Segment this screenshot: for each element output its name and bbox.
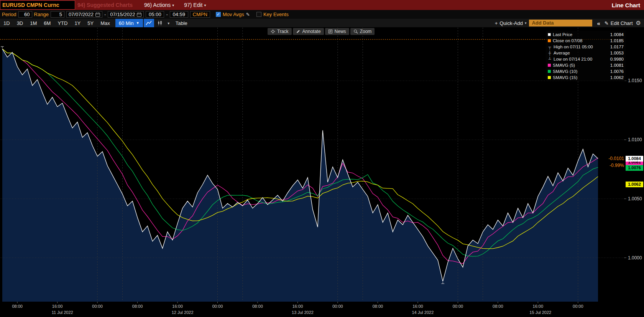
settings-gear-icon[interactable]: ⚙ [635, 20, 644, 26]
add-data-input[interactable]: Add Data [529, 20, 592, 26]
range-tab-6M[interactable]: 6M [40, 20, 54, 26]
legend-swatch-smavg-10 [548, 70, 551, 73]
range-input[interactable]: 5 [51, 11, 64, 18]
time-to-input[interactable]: 04:59 [170, 11, 188, 18]
date-to-input[interactable]: 07/15/2022 [108, 11, 144, 18]
date-range-dash: - [104, 12, 106, 17]
zoom-button[interactable]: Zoom [350, 28, 375, 35]
chevron-down-icon: ▾ [204, 3, 206, 7]
time-from-input[interactable]: 05:00 [146, 11, 164, 18]
table-button[interactable]: Table [172, 20, 191, 26]
pct-change-label: -0.99% [571, 163, 624, 168]
x-tick-label: 16:00 [292, 304, 303, 309]
title-bar: EURUSD CMPN Curnc 94) Suggested Charts 9… [0, 0, 644, 10]
legend-row-smavg-10[interactable]: SMAVG (10)1.0076 [548, 68, 624, 74]
chart-toolbar: 1D3D1M6MYTD1Y5YMax 60 Min ▼ ▾ Table + Qu… [0, 19, 644, 27]
calendar-icon[interactable] [137, 12, 141, 17]
collapse-toolbar-button[interactable]: « [595, 20, 602, 26]
mov-avgs-checkbox[interactable]: ✓ [216, 12, 221, 17]
range-tab-1D[interactable]: 1D [0, 20, 13, 26]
mov-avgs-label: Mov Avgs [223, 12, 244, 17]
range-tab-YTD[interactable]: YTD [54, 20, 71, 26]
range-tab-5Y[interactable]: 5Y [84, 20, 97, 26]
x-tick-label: 00:00 [332, 304, 343, 309]
legend-marker-high: ┬ [548, 45, 552, 50]
x-tick-label: 00:00 [453, 304, 463, 309]
y-tick-label: 1.0000 [628, 255, 642, 261]
x-date-label: 12 Jul 2022 [172, 310, 194, 315]
x-tick-label: 16:00 [533, 304, 544, 309]
range-tabs: 1D3D1M6MYTD1Y5YMax [0, 20, 113, 26]
edit-mov-avgs-icon[interactable]: ✎ [246, 12, 250, 17]
x-tick-label: 08:00 [132, 304, 143, 309]
legend-value-average: 1.0053 [610, 51, 624, 55]
menu-suggested-charts[interactable]: 94) Suggested Charts [77, 2, 133, 8]
range-tab-3D[interactable]: 3D [13, 20, 27, 26]
legend-label-smavg-15: SMAVG (15) [553, 75, 577, 80]
area-fill [2, 49, 598, 302]
x-tick-label: 08:00 [252, 304, 263, 309]
x-tick-label: 00:00 [573, 304, 583, 309]
x-tick-label: 16:00 [412, 304, 423, 309]
legend-label-low: Low on 07/14 21:00 [554, 57, 592, 61]
legend-row-high[interactable]: ┬High on 07/11 05:001.0177 [548, 44, 624, 50]
calendar-icon[interactable] [95, 12, 100, 17]
legend-label-last-price: Last Price [553, 32, 572, 37]
crosshair-icon [271, 29, 275, 34]
key-events-label: Key Events [263, 12, 289, 17]
range-tab-1Y[interactable]: 1Y [71, 20, 84, 26]
chevron-down-icon: ▾ [172, 3, 174, 7]
track-button[interactable]: Track [268, 28, 292, 35]
x-date-label: 14 Jul 2022 [412, 310, 434, 315]
pencil-icon [296, 29, 301, 34]
range-tab-Max[interactable]: Max [97, 20, 113, 26]
edit-chart-button[interactable]: ✎ Edit Chart [602, 20, 635, 26]
legend-label-smavg-10: SMAVG (10) [553, 69, 577, 74]
quick-add-label: Quick-Add [499, 20, 523, 26]
menu-actions[interactable]: 96) Actions▾ [144, 2, 174, 8]
axis-price-tag-1.0084: 1.0084 [626, 156, 643, 162]
pricing-source-input[interactable]: CMPN [190, 11, 210, 18]
legend-value-low: 0.9980 [610, 57, 624, 61]
y-tick-label: 1.0150 [628, 78, 642, 83]
legend-marker-average: ┼ [548, 51, 552, 56]
magnifier-icon [353, 29, 358, 34]
news-icon [328, 29, 333, 34]
legend-row-last-price[interactable]: Last Price1.0084 [548, 31, 624, 38]
net-change-label: -0.0101 [571, 156, 624, 161]
candle-chart-type-button[interactable] [155, 19, 165, 27]
chart-legend: Last Price1.0084Close on 07/081.0185┬Hig… [546, 31, 626, 81]
x-tick-label: 08:00 [493, 304, 503, 309]
range-tab-1M[interactable]: 1M [26, 20, 40, 26]
legend-row-smavg-5[interactable]: SMAVG (5)1.0081 [548, 62, 624, 68]
legend-label-average: Average [554, 51, 570, 55]
menu-edit[interactable]: 97) Edit▾ [184, 2, 206, 8]
key-events-checkbox[interactable] [256, 12, 261, 17]
interval-dropdown[interactable]: 60 Min ▼ [115, 19, 143, 27]
legend-label-smavg-5: SMAVG (5) [553, 63, 575, 68]
quick-add-button[interactable]: + Quick-Add ▾ [495, 20, 527, 26]
chart-type-more-dropdown[interactable]: ▾ [165, 21, 172, 25]
legend-row-average[interactable]: ┼Average1.0053 [548, 50, 624, 56]
y-tick-label: 1.0050 [628, 196, 642, 201]
line-chart-type-button[interactable] [144, 19, 154, 27]
plus-icon: + [495, 20, 498, 26]
time-range-dash: - [166, 12, 168, 17]
period-label: Period [2, 12, 16, 17]
date-to-value: 07/15/2022 [110, 12, 135, 17]
chevron-down-icon: ▾ [525, 21, 527, 25]
menu-edit-label: 97) Edit [184, 2, 202, 8]
legend-swatch-smavg-15 [548, 76, 551, 79]
legend-row-close[interactable]: Close on 07/081.0185 [548, 38, 624, 44]
date-from-input[interactable]: 07/07/2022 [66, 11, 102, 18]
chart-type-title: Line Chart [612, 2, 640, 8]
legend-row-low[interactable]: ┴Low on 07/14 21:000.9980 [548, 56, 624, 62]
axis-price-tag-1.0062: 1.0062 [626, 182, 643, 187]
x-tick-label: 16:00 [52, 304, 63, 309]
news-button[interactable]: News [325, 28, 349, 35]
interval-value: 60 Min [119, 20, 134, 26]
annotate-button[interactable]: Annotate [293, 28, 324, 35]
period-input[interactable]: 60 [18, 11, 32, 18]
legend-row-smavg-15[interactable]: SMAVG (15)1.0062 [548, 74, 624, 81]
legend-value-smavg-5: 1.0081 [610, 63, 624, 68]
